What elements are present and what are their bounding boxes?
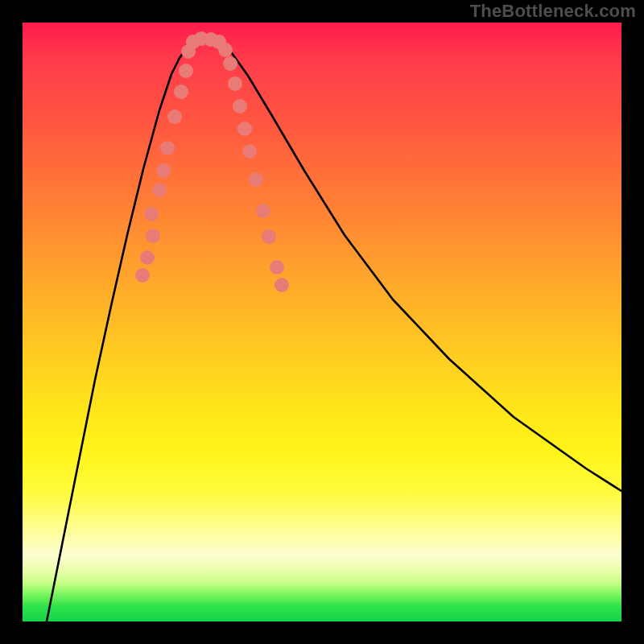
data-point: [160, 141, 175, 155]
data-point: [223, 56, 237, 71]
data-point: [275, 278, 289, 292]
chart-frame: TheBottleneck.com: [0, 0, 644, 644]
data-point: [233, 99, 247, 114]
attribution-watermark: TheBottleneck.com: [470, 2, 636, 21]
data-point: [152, 183, 167, 197]
data-point: [228, 76, 242, 91]
data-point: [242, 144, 257, 159]
data-point: [140, 250, 155, 265]
data-point: [174, 85, 188, 99]
data-point: [146, 229, 160, 243]
data-point: [256, 204, 270, 218]
data-point: [262, 229, 276, 244]
plot-area: [23, 23, 621, 621]
data-point: [156, 163, 171, 178]
data-point: [167, 109, 182, 124]
chart-svg: [23, 23, 621, 621]
curve-left-branch: [47, 41, 193, 621]
data-point: [218, 43, 233, 57]
data-point: [270, 260, 284, 275]
data-point: [144, 207, 159, 221]
data-point: [135, 268, 150, 283]
data-point: [249, 172, 263, 187]
data-point: [179, 64, 193, 78]
data-point: [237, 122, 252, 136]
